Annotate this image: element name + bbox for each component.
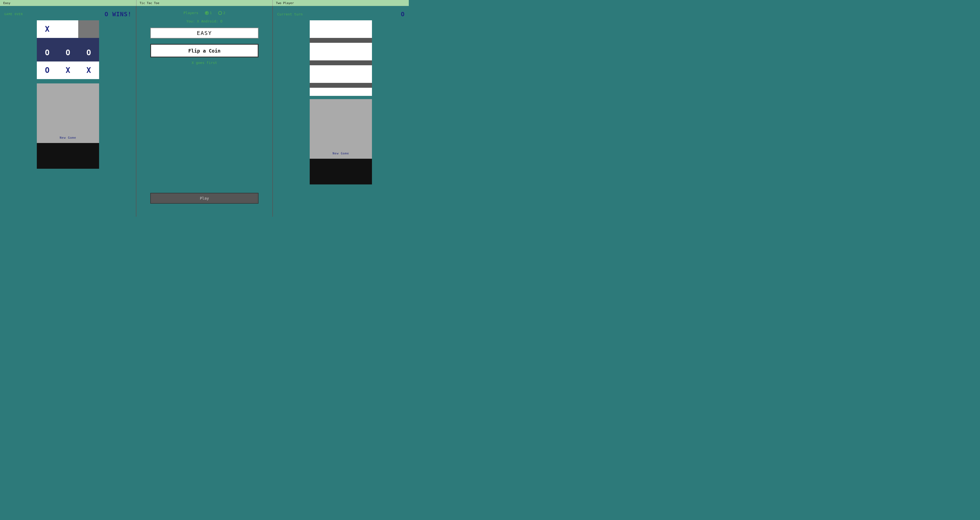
player-1-option[interactable]: 1 (205, 11, 212, 15)
right-header: Current turn O (277, 11, 404, 18)
difficulty-bar: EASY (150, 28, 259, 38)
x-goes-first-label: X goes first (192, 61, 217, 65)
right-dark-cell-1-1 (331, 38, 352, 43)
winning-bar (37, 38, 99, 44)
player-2-label: 2 (223, 11, 225, 15)
play-button[interactable]: Play (150, 193, 259, 204)
winner-label: O WINS! (105, 11, 132, 18)
cell-1-2: O (78, 44, 99, 62)
player-1-radio[interactable] (205, 11, 209, 15)
right-dark-cell-3-2 (351, 83, 372, 88)
game-board-right (310, 20, 372, 96)
right-cell-2-0 (310, 65, 331, 83)
right-bottom-area: New Game (310, 99, 372, 159)
cell-2-2: X (78, 62, 99, 79)
right-board-row-2 (310, 43, 372, 61)
twoplayer-title: Two Player (276, 2, 294, 5)
right-dark-cell-1-2 (351, 38, 372, 43)
right-black-area (310, 159, 372, 185)
players-row: Players 1 2 (141, 11, 268, 15)
new-game-button-left[interactable]: New Game (37, 132, 99, 143)
dark-bar-cell-2 (78, 38, 99, 44)
right-dark-cell-2-0 (310, 61, 331, 65)
right-panel-title: Two Player (273, 0, 409, 6)
cell-2-0: O (37, 62, 58, 79)
right-board-bottom (310, 88, 372, 96)
right-dark-cell-2-2 (351, 61, 372, 65)
left-header: GAME OVER O WINS! (4, 11, 132, 18)
right-cell-1-2 (351, 43, 372, 61)
right-dark-cell-3-1 (331, 83, 352, 88)
right-cell-0-0 (310, 20, 331, 38)
right-cell-1-0 (310, 43, 331, 61)
board-row-3: O X X (37, 62, 99, 79)
right-cell-2-2 (351, 65, 372, 83)
you-android-label: You: X Android: O (186, 19, 222, 23)
cell-1-0: O (37, 44, 58, 62)
board-row-2: O O O (37, 44, 99, 62)
right-cell-0-2 (351, 20, 372, 38)
dark-bar-cell-1 (58, 38, 78, 44)
left-black-area (37, 143, 99, 169)
right-dark-cell-3-0 (310, 83, 331, 88)
right-board-row-1 (310, 20, 372, 38)
cell-2-1: X (58, 62, 78, 79)
flip-coin-button[interactable]: Flip a Coin (150, 44, 259, 57)
right-panel: Current turn O (273, 6, 409, 217)
right-cell-2-1 (331, 65, 352, 83)
difficulty-text: EASY (197, 30, 212, 36)
left-panel-title: Easy (0, 0, 137, 6)
new-game-button-right[interactable]: New Game (310, 148, 372, 159)
tictactoe-title: Tic Tac Toe (140, 2, 159, 5)
cell-1-1: O (58, 44, 78, 62)
right-dark-cell-1-0 (310, 38, 331, 43)
turn-player-label: O (401, 11, 404, 18)
left-panel: GAME OVER O WINS! X X (0, 6, 137, 217)
dark-bar-cell-0 (37, 38, 58, 44)
player-2-option[interactable]: 2 (218, 11, 225, 15)
player-1-label: 1 (210, 11, 212, 15)
player-2-radio[interactable] (218, 11, 222, 15)
right-board-row-3 (310, 65, 372, 83)
players-label: Players (183, 11, 199, 15)
right-cell-0-1 (331, 20, 352, 38)
mid-panel-title: Tic Tac Toe (137, 0, 273, 6)
game-over-label: GAME OVER (4, 13, 23, 16)
cell-0-1 (58, 20, 78, 38)
easy-title: Easy (3, 2, 11, 5)
current-turn-label: Current turn (277, 12, 303, 16)
game-board-left: X X O O (37, 20, 99, 79)
right-dark-cell-2-1 (331, 61, 352, 65)
cell-0-2: X (78, 20, 99, 38)
cell-0-0: X (37, 20, 58, 38)
right-cell-1-1 (331, 43, 352, 61)
board-row-1: X X (37, 20, 99, 38)
left-bottom-area: New Game (37, 83, 99, 143)
middle-panel: Players 1 2 You: X Android: O EASY Flip … (137, 6, 273, 217)
right-dark-bar-3 (310, 83, 372, 88)
right-dark-bar-1 (310, 38, 372, 43)
right-dark-bar-2 (310, 61, 372, 65)
